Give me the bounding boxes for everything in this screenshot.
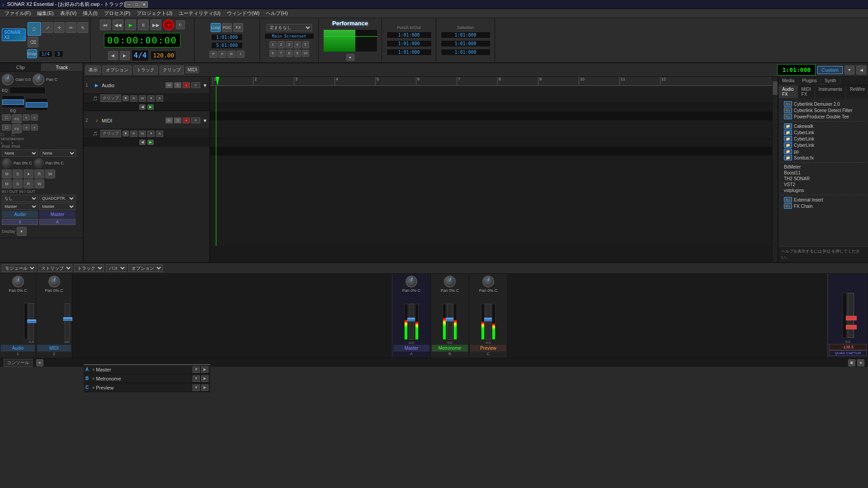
track1-gain-knob[interactable] bbox=[2, 74, 14, 85]
close-button[interactable]: ✕ bbox=[141, 1, 148, 8]
instruments-tab[interactable]: Instruments bbox=[815, 85, 846, 99]
track2-menu-btn[interactable]: ≡ bbox=[191, 117, 200, 123]
io-btn[interactable]: I bbox=[236, 51, 245, 58]
send1-pan-knob[interactable] bbox=[2, 158, 12, 168]
screenset-9-btn[interactable]: 9 bbox=[294, 50, 301, 57]
track-area-expand-btn[interactable]: ◀ bbox=[856, 66, 866, 75]
draw-tool-btn[interactable]: ✎ bbox=[77, 22, 88, 33]
minimize-button[interactable]: ─ bbox=[125, 1, 132, 8]
master-out-fader-thumb[interactable] bbox=[846, 316, 857, 320]
record-btn[interactable]: ● bbox=[163, 19, 174, 30]
track1-r-btn[interactable]: R bbox=[130, 95, 137, 102]
plugin-boost11[interactable]: Boost11 bbox=[780, 170, 866, 176]
midi-select[interactable]: MIDI bbox=[186, 66, 199, 73]
view-btn[interactable]: 表示 bbox=[85, 66, 101, 75]
send2-select[interactable]: None bbox=[40, 150, 76, 157]
rt-btn[interactable]: R bbox=[227, 51, 236, 58]
lp-r-btn[interactable]: R bbox=[34, 169, 44, 178]
plugin-cyberlink-folder1[interactable]: 📁 CyberLink bbox=[780, 129, 866, 136]
track1-menu-btn[interactable]: ≡ bbox=[191, 82, 200, 88]
tempo-display[interactable]: 120.00 bbox=[151, 51, 176, 60]
pause-btn[interactable]: ⏸ bbox=[138, 19, 149, 30]
sel-end2-display[interactable]: 1:01:000 bbox=[441, 49, 491, 56]
rewire-tab[interactable]: ReWire bbox=[846, 85, 868, 99]
console-tab[interactable]: コンソール bbox=[4, 359, 33, 367]
console-close-btn[interactable]: ✕ bbox=[36, 359, 43, 366]
preview-ch-name[interactable]: Preview bbox=[470, 345, 506, 352]
track2-solo-btn[interactable]: S bbox=[174, 117, 181, 123]
timeline-track1-clip[interactable] bbox=[210, 103, 778, 112]
track1-star-btn[interactable]: ✦ bbox=[147, 95, 155, 102]
time-info-display[interactable]: 1:01:000 bbox=[777, 64, 816, 75]
send2-pan-knob[interactable] bbox=[34, 158, 44, 168]
display-dropdown-btn[interactable]: ▼ bbox=[17, 227, 27, 236]
timeline-track2[interactable] bbox=[210, 121, 778, 138]
track1-fx-plus-btn[interactable]: + bbox=[31, 114, 38, 121]
screenset-2-btn[interactable]: 2 bbox=[278, 41, 285, 48]
timeline-track1[interactable] bbox=[210, 86, 778, 103]
preview-fader[interactable] bbox=[486, 304, 491, 340]
track2-r-btn[interactable]: R bbox=[130, 131, 137, 137]
track2-w-btn[interactable]: W bbox=[139, 131, 146, 137]
menu-item-v[interactable]: 表示(V) bbox=[57, 9, 80, 17]
menu-item-i[interactable]: 挿入(I) bbox=[80, 9, 100, 17]
ch1-name-badge[interactable]: Audio bbox=[2, 211, 38, 218]
plugins-tab[interactable]: Plugins bbox=[798, 77, 821, 85]
audio-ch-name[interactable]: Audio bbox=[1, 345, 35, 352]
plugin-cyberlink-scene[interactable]: Rx Cyberlink Scene Detect Filter bbox=[780, 107, 866, 113]
pdc-btn[interactable]: PDC bbox=[222, 23, 232, 32]
track2-clip-dropdown[interactable]: ▼ bbox=[123, 131, 129, 136]
maximize-button[interactable]: □ bbox=[133, 1, 140, 8]
metro-fader[interactable] bbox=[447, 304, 453, 340]
track2-star-btn[interactable]: ✦ bbox=[147, 131, 155, 137]
plugin-external-insert[interactable]: Rx External Insert bbox=[780, 197, 866, 203]
plugin-cyberlink-folder2[interactable]: 📁 CyberLink bbox=[780, 136, 866, 142]
record-mode-select[interactable]: 定まる なし bbox=[267, 24, 312, 31]
track1-pan-knob[interactable] bbox=[33, 74, 44, 85]
plugin-bitmeter[interactable]: BitMeter bbox=[780, 164, 866, 170]
screenset-7-btn[interactable]: 7 bbox=[278, 50, 285, 57]
lp-s-btn[interactable]: S bbox=[13, 169, 23, 178]
send1-select[interactable]: None bbox=[2, 150, 38, 157]
clip-tab[interactable]: Clip bbox=[0, 63, 42, 71]
track2-a-btn[interactable]: A bbox=[156, 131, 163, 137]
loop-btn[interactable]: ↻ bbox=[176, 20, 185, 29]
midi-ch-name[interactable]: MIDI bbox=[37, 345, 71, 352]
rewind-to-start-btn[interactable]: ⏮ bbox=[100, 19, 111, 30]
smart-tool-btn[interactable]: ☆ bbox=[28, 22, 41, 36]
menu-item-j[interactable]: プロジェクト(J) bbox=[134, 9, 175, 17]
menu-item-w[interactable]: ウィンドウ(W) bbox=[224, 9, 263, 17]
output2-select[interactable]: Master bbox=[39, 203, 75, 210]
input1-select[interactable]: なし bbox=[2, 195, 38, 202]
lp-m-btn[interactable]: M bbox=[2, 169, 12, 178]
master-out-fader-thumb2[interactable] bbox=[846, 325, 857, 329]
menu-item-e[interactable]: 編集(E) bbox=[34, 9, 57, 17]
bus-select-mixer[interactable]: パス bbox=[106, 264, 127, 272]
audio-fader-thumb[interactable] bbox=[27, 319, 36, 323]
edit-tool-btn[interactable]: ✏ bbox=[66, 22, 76, 33]
input2-select[interactable]: QUADCPTR. bbox=[39, 195, 75, 202]
track1-solo-btn[interactable]: S bbox=[174, 82, 181, 88]
track1-fx-close-btn[interactable]: × bbox=[23, 114, 30, 121]
perf-rec-btn[interactable]: ● bbox=[346, 54, 354, 61]
track1-sep-btn1[interactable]: ◀ bbox=[139, 104, 146, 110]
master-pan-knob[interactable] bbox=[406, 276, 417, 287]
track2-fx-plus-btn[interactable]: + bbox=[31, 124, 38, 131]
option-select-mixer[interactable]: オプション bbox=[128, 264, 163, 272]
master-out-fader[interactable] bbox=[848, 293, 854, 338]
audio-pan-knob[interactable] bbox=[12, 276, 24, 287]
select-tool-btn[interactable]: ⤢ bbox=[42, 22, 53, 33]
plugin-powerproducer[interactable]: Rx PowerProducer Double Tee bbox=[780, 113, 866, 120]
lp-m2-btn[interactable]: M bbox=[2, 179, 12, 188]
track2-fx-close-btn[interactable]: × bbox=[23, 124, 30, 131]
status-icon-2[interactable]: ◈ bbox=[857, 359, 864, 366]
track2-expand-btn[interactable]: ▼ bbox=[203, 118, 208, 123]
sel-start-display[interactable]: 1:01:000 bbox=[441, 32, 491, 38]
track2-mute-btn[interactable]: M bbox=[165, 117, 173, 123]
lp-w2-btn[interactable]: W bbox=[34, 179, 44, 188]
lp-s2-btn[interactable]: S bbox=[13, 179, 23, 188]
option-btn[interactable]: オプション bbox=[103, 66, 132, 75]
fx-small-btn[interactable]: F bbox=[218, 51, 226, 58]
screenset-10-btn[interactable]: 10 bbox=[302, 50, 309, 57]
plugin-pp-folder[interactable]: 📁 pp bbox=[780, 148, 866, 155]
